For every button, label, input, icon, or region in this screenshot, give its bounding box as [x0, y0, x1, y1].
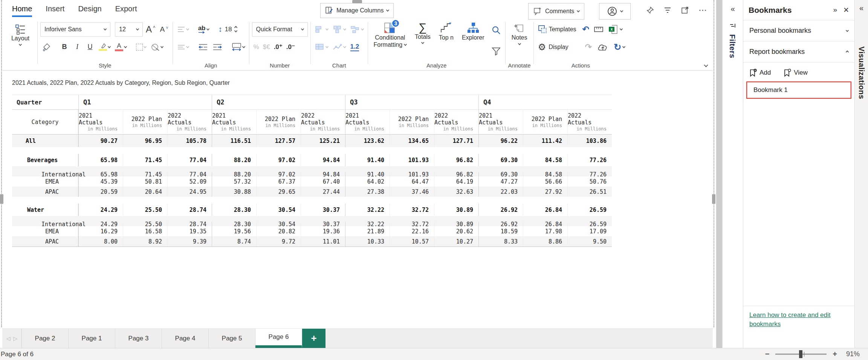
redo-icon[interactable]: ↷ — [585, 42, 592, 52]
underline-button[interactable]: U — [84, 40, 96, 54]
page-tab-page-4[interactable]: Page 4 — [162, 329, 209, 348]
export-excel-button[interactable]: x — [608, 25, 622, 34]
quarter-header-q2[interactable]: Q2 — [212, 95, 345, 110]
page-tab-page-5[interactable]: Page 5 — [209, 329, 255, 348]
view-bookmarks-button[interactable]: View — [784, 69, 808, 77]
refresh-button[interactable]: ↻ — [614, 42, 625, 52]
expand-visualizations-icon[interactable]: « — [859, 4, 863, 12]
page-tab-page-6[interactable]: Page 6 — [255, 329, 302, 348]
font-size-select[interactable]: 12 — [115, 22, 143, 37]
quarter-header-q4[interactable]: Q4 — [478, 95, 612, 110]
measure-header[interactable]: 2022 Planin Millions — [390, 110, 434, 134]
templates-button[interactable]: Templates — [536, 22, 578, 37]
measure-header[interactable]: 2021 Actualsin Millions — [78, 110, 123, 134]
vertical-scrollbar[interactable] — [716, 0, 722, 348]
pin-icon[interactable] — [646, 6, 654, 14]
personal-bookmarks-section[interactable]: Personal bookmarks — [743, 20, 854, 41]
top-n-button[interactable]: Top n — [436, 20, 457, 61]
undo-icon[interactable]: ↶ — [582, 25, 589, 34]
account-button[interactable] — [599, 3, 631, 20]
text-wrap-button[interactable]: ab — [197, 22, 211, 37]
row-height-stepper[interactable]: ↕ 18 — [217, 22, 238, 37]
quick-format-select[interactable]: Quick Format — [252, 22, 308, 37]
page-tab-page-3[interactable]: Page 3 — [115, 329, 162, 348]
bold-button[interactable]: B — [59, 40, 70, 54]
clear-formatting-button[interactable] — [149, 40, 165, 54]
increase-indent-button[interactable] — [211, 40, 224, 54]
highlight-color-button[interactable] — [97, 40, 112, 54]
table-row-beverages[interactable]: Beverages65.9871.4577.0488.2097.0294.849… — [12, 154, 612, 166]
resize-handle-left[interactable] — [0, 194, 3, 204]
comments-button[interactable]: Comments — [528, 3, 584, 20]
page-tab-page-2[interactable]: Page 2 — [22, 329, 69, 348]
measure-header[interactable]: 2022 Actualsin Millions — [167, 110, 212, 134]
measure-header[interactable]: 2022 Actualsin Millions — [567, 110, 612, 134]
measure-header[interactable]: 2021 Actualsin Millions — [345, 110, 390, 134]
italic-button[interactable]: I — [72, 40, 83, 54]
chevron-up-icon[interactable] — [234, 26, 237, 29]
report-bookmarks-section[interactable]: Report bookmarks — [743, 41, 854, 63]
table-row-water[interactable]: Water24.2925.5028.7428.3030.5430.3732.22… — [12, 204, 612, 216]
explorer-button[interactable]: Explorer — [459, 20, 487, 61]
ribbon-tab-design[interactable]: Design — [78, 5, 101, 17]
measure-header[interactable]: 2022 Planin Millions — [256, 110, 301, 134]
zoom-slider-thumb[interactable] — [799, 350, 802, 358]
focus-mode-icon[interactable] — [681, 6, 689, 14]
table-row-emea[interactable]: EMEA45.3950.8152.0957.3267.3767.4064.026… — [12, 176, 612, 187]
font-name-select[interactable]: Inforiver Sans — [40, 22, 110, 37]
quarter-header-q1[interactable]: Q1 — [78, 95, 212, 110]
borders-button[interactable] — [134, 40, 148, 54]
measure-header[interactable]: 2022 Planin Millions — [523, 110, 567, 134]
line-chart-button[interactable] — [331, 40, 347, 54]
ruler-icon[interactable] — [594, 26, 604, 33]
decimal-places-button[interactable]: 1.2 — [349, 40, 361, 54]
increase-font-button[interactable]: A˄ — [144, 22, 157, 37]
notes-button[interactable]: Notes — [508, 20, 531, 47]
expand-filters-icon[interactable]: « — [730, 5, 735, 13]
measure-header[interactable]: 2021 Actualsin Millions — [212, 110, 256, 134]
page-tab-page-1[interactable]: Page 1 — [69, 329, 115, 348]
table-row-emea[interactable]: EMEA16.2916.5819.3519.5620.8219.3621.892… — [12, 226, 612, 236]
table-row-all[interactable]: All90.2796.95105.78116.51127.57125.21123… — [12, 135, 612, 147]
filters-pane-collapsed[interactable]: « Filters — [722, 0, 743, 348]
close-panel-icon[interactable]: ✕ — [843, 6, 849, 14]
table-row-international[interactable]: International24.2925.5028.7428.3030.5430… — [12, 216, 612, 226]
currency-format-button[interactable]: $€ — [263, 43, 270, 51]
waterfall-chart-button[interactable] — [349, 22, 365, 37]
horizontal-align-button[interactable] — [176, 22, 190, 37]
add-page-button[interactable]: + — [302, 329, 326, 348]
pin-panel-icon[interactable]: » — [833, 6, 837, 14]
first-page-icon[interactable]: ◁ — [6, 335, 11, 342]
add-bookmark-button[interactable]: Add — [749, 69, 771, 77]
next-page-icon[interactable]: ▷ — [14, 335, 18, 342]
decrease-indent-button[interactable] — [197, 40, 209, 54]
table-chart-button[interactable] — [313, 40, 330, 54]
collapse-ribbon-icon[interactable] — [704, 63, 708, 67]
resize-handle-right[interactable] — [712, 194, 715, 204]
search-button[interactable] — [490, 23, 503, 38]
cloud-upload-icon[interactable] — [597, 43, 608, 51]
totals-button[interactable]: ∑ Totals — [412, 20, 434, 61]
measure-header[interactable]: 2021 Actualsin Millions — [478, 110, 523, 134]
font-color-button[interactable]: A — [113, 40, 128, 54]
measure-header[interactable]: 2022 Planin Millions — [123, 110, 167, 134]
vertical-align-button[interactable] — [176, 40, 190, 54]
manage-columns-button[interactable]: Manage Columns — [320, 3, 394, 18]
ribbon-tab-home[interactable]: Home — [12, 5, 32, 17]
more-options-icon[interactable]: ⋯ — [698, 5, 707, 15]
zoom-out-button[interactable]: − — [765, 350, 770, 358]
display-button[interactable]: ⚙ Display — [536, 40, 570, 54]
zoom-in-button[interactable]: + — [833, 350, 837, 358]
percent-format-button[interactable]: % — [254, 43, 259, 51]
chevron-down-icon[interactable] — [234, 29, 237, 32]
measure-header[interactable]: 2022 Actualsin Millions — [434, 110, 478, 134]
bookmarks-help-link[interactable]: Learn how to create and edit bookmarks — [743, 306, 854, 336]
bar-chart-button[interactable] — [313, 22, 330, 37]
table-row-international[interactable]: International65.9871.4577.0488.2097.0294… — [12, 166, 612, 176]
conditional-formatting-button[interactable]: 3 Conditional Formatting — [371, 20, 410, 61]
quarter-header-q3[interactable]: Q3 — [345, 95, 478, 110]
filter-lines-icon[interactable] — [664, 7, 671, 14]
ribbon-tab-insert[interactable]: Insert — [46, 5, 64, 17]
layout-button[interactable]: Layout — [6, 20, 35, 47]
bookmark-item[interactable]: Bookmark 1 — [747, 82, 851, 98]
